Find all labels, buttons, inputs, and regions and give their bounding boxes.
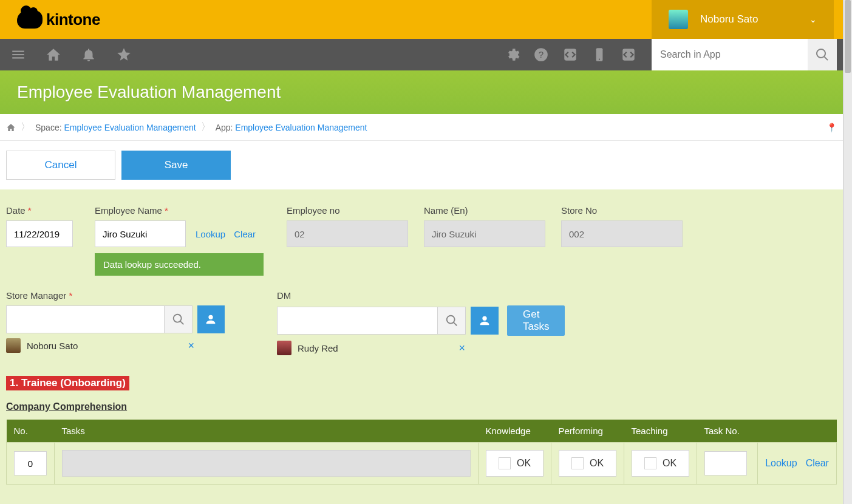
- bell-icon: [81, 47, 97, 63]
- store-manager-userpick[interactable]: [197, 305, 225, 333]
- breadcrumb-space-link[interactable]: Employee Evaluation Management: [64, 123, 196, 132]
- lookup-link[interactable]: Lookup: [196, 229, 225, 239]
- code-icon: [562, 47, 578, 63]
- dm-selected: Rudy Red: [298, 343, 338, 353]
- dev-button[interactable]: [616, 43, 641, 67]
- teaching-ok[interactable]: OK: [632, 450, 689, 477]
- store-no-value: 002: [561, 220, 683, 247]
- row-clear-link[interactable]: Clear: [806, 458, 829, 469]
- col-no: No.: [7, 420, 55, 443]
- section-flag: 1. Trainee (Onboarding): [6, 376, 129, 390]
- user-icon: [478, 314, 491, 327]
- tasks-table: No. Tasks Knowledge Performing Teaching …: [6, 420, 837, 485]
- search-icon: [815, 47, 830, 62]
- employee-name-label: Employee Name *: [95, 205, 271, 216]
- save-button[interactable]: Save: [121, 151, 231, 180]
- avatar: [6, 338, 21, 353]
- clear-link[interactable]: Clear: [234, 229, 256, 239]
- row-task-text: [62, 450, 471, 477]
- star-icon: [116, 47, 132, 63]
- name-en-label: Name (En): [424, 205, 545, 216]
- knowledge-ok[interactable]: OK: [486, 450, 544, 477]
- breadcrumb-app-label: App:: [216, 123, 233, 132]
- date-input[interactable]: [6, 220, 73, 247]
- user-name: Noboru Sato: [700, 13, 758, 26]
- checkbox-icon: [571, 457, 584, 469]
- col-performing: Performing: [551, 420, 624, 443]
- svg-point-4: [599, 59, 600, 60]
- dm-input[interactable]: [277, 307, 438, 335]
- performing-ok[interactable]: OK: [559, 450, 616, 477]
- store-manager-search[interactable]: [165, 305, 192, 333]
- store-manager-selected: Noboru Sato: [27, 341, 78, 351]
- dm-label: DM: [277, 290, 496, 301]
- action-bar: Cancel Save: [0, 141, 843, 189]
- breadcrumb-home[interactable]: [6, 122, 16, 132]
- home-icon: [46, 47, 61, 63]
- search-icon: [172, 313, 185, 326]
- notifications-button[interactable]: [77, 43, 101, 67]
- settings-button[interactable]: [500, 43, 524, 67]
- store-manager-input[interactable]: [6, 305, 165, 333]
- help-icon: ?: [533, 47, 549, 63]
- row-lookup-link[interactable]: Lookup: [765, 458, 797, 469]
- home-button[interactable]: [41, 43, 66, 67]
- col-teaching: Teaching: [624, 420, 697, 443]
- remove-dm[interactable]: ×: [458, 342, 465, 355]
- hamburger-icon: [10, 47, 26, 63]
- home-icon: [6, 123, 16, 132]
- avatar: [277, 341, 291, 355]
- dm-search[interactable]: [438, 307, 466, 335]
- avatar: [669, 10, 688, 29]
- employee-no-value: 02: [287, 220, 408, 247]
- logo[interactable]: kintone: [17, 10, 100, 29]
- name-en-value: Jiro Suzuki: [424, 220, 545, 247]
- get-tasks-button[interactable]: Get Tasks: [507, 305, 565, 336]
- col-taskno: Task No.: [697, 420, 758, 443]
- svg-text:?: ?: [539, 49, 544, 60]
- form: Date * Employee Name * Lookup Clear Data…: [0, 189, 843, 504]
- mobile-button[interactable]: [587, 43, 612, 67]
- checkbox-icon: [644, 457, 656, 469]
- search-button[interactable]: [808, 39, 837, 70]
- dm-userpick[interactable]: [471, 307, 499, 335]
- help-button[interactable]: ?: [529, 43, 553, 67]
- search-input[interactable]: [652, 39, 808, 70]
- row-no-input[interactable]: [14, 451, 47, 475]
- subsection-heading: Company Comprehension: [6, 401, 837, 412]
- mobile-icon: [591, 47, 607, 63]
- col-tasks: Tasks: [55, 420, 479, 443]
- topbar: kintone Noboru Sato ⌄: [0, 0, 843, 39]
- checkbox-icon: [499, 457, 511, 469]
- date-label: Date *: [6, 205, 79, 216]
- lookup-success-msg: Data lookup succeeded.: [95, 253, 264, 276]
- table-row: OK OK OK: [7, 443, 837, 485]
- breadcrumb: 〉 Space: Employee Evaluation Management …: [0, 114, 843, 141]
- gear-icon: [504, 47, 520, 63]
- breadcrumb-space-label: Space:: [35, 123, 62, 132]
- code-button[interactable]: [558, 43, 582, 67]
- cancel-button[interactable]: Cancel: [6, 151, 115, 180]
- pin-button[interactable]: 📍: [826, 123, 837, 132]
- store-no-label: Store No: [561, 205, 683, 216]
- search: [652, 39, 837, 70]
- menu-button[interactable]: [6, 43, 30, 67]
- app-title: Employee Evaluation Management: [17, 83, 281, 102]
- scrollbar[interactable]: [843, 0, 852, 504]
- app-header: Employee Evaluation Management: [0, 70, 843, 114]
- employee-no-label: Employee no: [287, 205, 408, 216]
- store-manager-label: Store Manager *: [6, 290, 225, 301]
- employee-name-input[interactable]: [95, 220, 186, 247]
- logo-text: kintone: [46, 10, 100, 29]
- favorites-button[interactable]: [112, 43, 136, 67]
- search-icon: [445, 314, 458, 327]
- col-knowledge: Knowledge: [479, 420, 551, 443]
- breadcrumb-app-link[interactable]: Employee Evaluation Management: [235, 123, 367, 132]
- taskno-input[interactable]: [704, 451, 747, 475]
- code2-icon: [621, 47, 636, 63]
- remove-store-manager[interactable]: ×: [188, 339, 194, 352]
- user-menu[interactable]: Noboru Sato ⌄: [652, 0, 834, 39]
- chevron-down-icon: ⌄: [809, 15, 817, 24]
- toolbar: ?: [0, 39, 843, 70]
- user-icon: [204, 313, 217, 326]
